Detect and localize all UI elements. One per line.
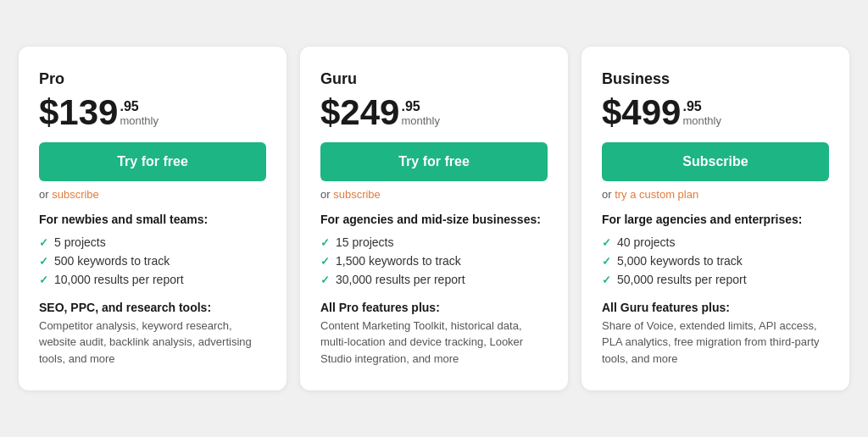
target-label-business: For large agencies and enterprises: bbox=[602, 213, 829, 226]
price-period-business: monthly bbox=[682, 114, 721, 127]
price-main-business: $499 bbox=[602, 95, 681, 130]
plan-card-pro: Pro $139 .95 monthly Try for free or sub… bbox=[19, 47, 287, 391]
feature-list-business: ✓ 40 projects ✓ 5,000 keywords to track … bbox=[602, 233, 829, 289]
check-icon: ✓ bbox=[39, 236, 48, 249]
or-link-business[interactable]: try a custom plan bbox=[615, 188, 698, 201]
plan-name-business: Business bbox=[602, 70, 829, 88]
or-link-pro[interactable]: subscribe bbox=[52, 188, 99, 201]
feature-text: 10,000 results per report bbox=[54, 273, 184, 286]
feature-text: 500 keywords to track bbox=[54, 254, 170, 268]
cta-button-pro[interactable]: Try for free bbox=[39, 142, 266, 181]
price-details-guru: .95 monthly bbox=[401, 95, 440, 127]
check-icon: ✓ bbox=[39, 255, 48, 268]
feature-item: ✓ 40 projects bbox=[602, 233, 829, 252]
feature-item: ✓ 5 projects bbox=[39, 233, 266, 252]
feature-item: ✓ 10,000 results per report bbox=[39, 270, 266, 289]
check-icon: ✓ bbox=[320, 236, 330, 249]
feature-item: ✓ 500 keywords to track bbox=[39, 252, 266, 270]
check-icon: ✓ bbox=[39, 274, 48, 286]
target-label-guru: For agencies and mid-size businesses: bbox=[320, 213, 548, 226]
feature-item: ✓ 50,000 results per report bbox=[602, 270, 829, 289]
feature-text: 5 projects bbox=[54, 235, 106, 249]
price-cents-business: .95 bbox=[682, 98, 721, 114]
pricing-container: Pro $139 .95 monthly Try for free or sub… bbox=[19, 47, 849, 391]
price-details-business: .95 monthly bbox=[682, 95, 721, 127]
price-row-business: $499 .95 monthly bbox=[602, 95, 829, 130]
cta-button-business[interactable]: Subscribe bbox=[602, 142, 829, 181]
or-link-guru[interactable]: subscribe bbox=[333, 188, 381, 201]
or-line-business: or try a custom plan bbox=[602, 188, 829, 201]
plan-name-guru: Guru bbox=[320, 70, 548, 88]
tools-text-business: Share of Voice, extended limits, API acc… bbox=[602, 318, 829, 368]
check-icon: ✓ bbox=[602, 274, 611, 286]
feature-text: 30,000 results per report bbox=[336, 273, 465, 286]
feature-text: 15 projects bbox=[336, 235, 393, 249]
price-main-guru: $249 bbox=[320, 95, 399, 130]
feature-text: 1,500 keywords to track bbox=[336, 254, 461, 268]
feature-item: ✓ 1,500 keywords to track bbox=[320, 252, 548, 270]
price-row-pro: $139 .95 monthly bbox=[39, 95, 266, 130]
cta-button-guru[interactable]: Try for free bbox=[320, 142, 548, 181]
plan-card-guru: Guru $249 .95 monthly Try for free or su… bbox=[300, 47, 568, 391]
feature-list-pro: ✓ 5 projects ✓ 500 keywords to track ✓ 1… bbox=[39, 233, 266, 289]
feature-item: ✓ 5,000 keywords to track bbox=[602, 252, 829, 270]
price-main-pro: $139 bbox=[39, 95, 118, 130]
or-line-guru: or subscribe bbox=[320, 188, 548, 201]
check-icon: ✓ bbox=[320, 274, 330, 286]
price-period-guru: monthly bbox=[401, 114, 440, 127]
check-icon: ✓ bbox=[320, 255, 330, 268]
feature-list-guru: ✓ 15 projects ✓ 1,500 keywords to track … bbox=[320, 233, 548, 289]
feature-item: ✓ 30,000 results per report bbox=[320, 270, 548, 289]
tools-text-pro: Competitor analysis, keyword research, w… bbox=[39, 318, 266, 368]
price-cents-pro: .95 bbox=[120, 98, 159, 114]
feature-text: 50,000 results per report bbox=[617, 273, 747, 286]
price-period-pro: monthly bbox=[120, 114, 159, 127]
check-icon: ✓ bbox=[602, 236, 611, 249]
price-cents-guru: .95 bbox=[401, 98, 440, 114]
feature-text: 5,000 keywords to track bbox=[617, 254, 743, 268]
feature-item: ✓ 15 projects bbox=[320, 233, 548, 252]
price-details-pro: .95 monthly bbox=[120, 95, 159, 127]
check-icon: ✓ bbox=[602, 255, 611, 268]
tools-title-guru: All Pro features plus: bbox=[320, 301, 548, 314]
tools-text-guru: Content Marketing Toolkit, historical da… bbox=[320, 318, 548, 368]
feature-text: 40 projects bbox=[617, 235, 675, 249]
tools-title-pro: SEO, PPC, and research tools: bbox=[39, 301, 266, 314]
target-label-pro: For newbies and small teams: bbox=[39, 213, 266, 226]
plan-card-business: Business $499 .95 monthly Subscribe or t… bbox=[581, 47, 849, 391]
or-line-pro: or subscribe bbox=[39, 188, 266, 201]
tools-title-business: All Guru features plus: bbox=[602, 301, 829, 314]
plan-name-pro: Pro bbox=[39, 70, 266, 88]
price-row-guru: $249 .95 monthly bbox=[320, 95, 548, 130]
